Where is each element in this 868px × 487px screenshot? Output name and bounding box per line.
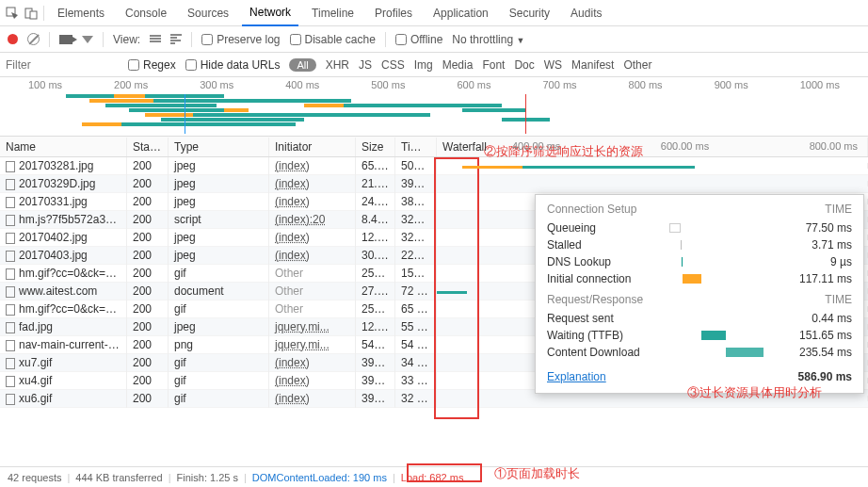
waterfall-axis: 400.00 ms600.00 ms800.00 ms [512, 140, 858, 152]
col-status[interactable]: Status [127, 138, 169, 156]
tooltip-explanation-link[interactable]: Explanation [547, 370, 606, 383]
filter-manifest[interactable]: Manifest [571, 58, 614, 72]
request-initiator[interactable]: (index) [275, 249, 310, 262]
tab-sources[interactable]: Sources [180, 1, 236, 25]
filter-doc[interactable]: Doc [514, 58, 534, 72]
tab-timeline[interactable]: Timeline [304, 1, 362, 25]
filter-css[interactable]: CSS [381, 58, 405, 72]
tooltip-download-value: 235.54 ms [764, 346, 852, 359]
request-size: 12.5 ... [356, 317, 395, 336]
tab-elements[interactable]: Elements [50, 1, 112, 25]
request-size: 12.1 ... [356, 228, 395, 247]
regex-checkbox[interactable]: Regex [128, 58, 176, 72]
col-waterfall[interactable]: Waterfall 400.00 ms600.00 ms800.00 ms [437, 138, 868, 156]
filter-all[interactable]: All [289, 58, 315, 72]
request-initiator[interactable]: (index) [275, 195, 310, 208]
request-type: gif [169, 264, 269, 283]
filter-xhr[interactable]: XHR [326, 58, 349, 72]
request-status: 200 [127, 264, 169, 283]
tooltip-reqsent-label: Request sent [547, 312, 669, 325]
filter-ws[interactable]: WS [544, 58, 562, 72]
clear-button[interactable] [27, 33, 40, 45]
request-initiator[interactable]: jquery.mi... [275, 338, 330, 351]
request-time: 33 ms [395, 371, 437, 390]
view-small-icon[interactable] [170, 34, 182, 44]
request-time: 323 ... [395, 228, 437, 247]
filter-img[interactable]: Img [414, 58, 433, 72]
file-icon [6, 233, 15, 244]
request-initiator[interactable]: (index) [275, 374, 310, 387]
tab-profiles[interactable]: Profiles [367, 1, 420, 25]
file-icon [6, 340, 15, 351]
filter-icon[interactable] [82, 36, 93, 43]
request-initiator[interactable]: (index) [275, 392, 310, 405]
col-type[interactable]: Type [169, 138, 269, 156]
file-icon [6, 161, 15, 172]
separator [385, 32, 386, 47]
request-status: 200 [127, 210, 169, 229]
request-waterfall [437, 181, 868, 187]
request-size: 542 B [356, 335, 395, 354]
filter-font[interactable]: Font [482, 58, 505, 72]
filter-media[interactable]: Media [442, 58, 474, 72]
request-initiator[interactable]: (index):20 [275, 213, 325, 226]
filter-other[interactable]: Other [623, 58, 651, 72]
request-size: 393 B [356, 371, 395, 390]
tooltip-queueing-value: 77.50 ms [764, 221, 852, 235]
request-time: 72 ms [395, 282, 437, 300]
request-time: 384 ... [395, 192, 437, 211]
filter-js[interactable]: JS [359, 58, 372, 72]
overview-timeline[interactable]: 100 ms200 ms300 ms400 ms500 ms600 ms700 … [0, 77, 868, 137]
request-name: hm.js?7f5b572a332... [19, 213, 127, 226]
file-icon [6, 394, 15, 405]
offline-checkbox[interactable]: Offline [395, 33, 442, 46]
inspect-icon[interactable] [6, 7, 19, 20]
disable-cache-checkbox[interactable]: Disable cache [290, 33, 376, 46]
tooltip-dns-value: 9 µs [764, 255, 852, 268]
request-type: document [169, 282, 269, 300]
preserve-log-checkbox[interactable]: Preserve log [201, 33, 280, 46]
request-initiator[interactable]: (index) [275, 177, 310, 190]
request-initiator[interactable]: Other [275, 302, 303, 316]
tab-audits[interactable]: Audits [563, 1, 609, 25]
tab-console[interactable]: Console [118, 1, 174, 25]
tab-security[interactable]: Security [502, 1, 557, 25]
tooltip-reqsent-value: 0.44 ms [764, 312, 852, 325]
request-initiator[interactable]: (index) [275, 159, 310, 172]
request-name: 20170403.jpg [19, 249, 88, 262]
device-icon[interactable] [24, 7, 38, 20]
col-name[interactable]: Name [0, 138, 127, 156]
col-size[interactable]: Size [356, 138, 395, 156]
request-time: 32 ms [395, 389, 437, 408]
request-initiator[interactable]: jquery.mi... [275, 320, 330, 333]
col-initiator[interactable]: Initiator [269, 138, 356, 156]
request-status: 200 [127, 389, 169, 408]
request-time: 65 ms [395, 300, 437, 318]
request-size: 30.0 ... [356, 246, 395, 265]
separator [103, 32, 104, 47]
throttling-select[interactable]: No throttling ▼ [452, 33, 524, 46]
record-button[interactable] [8, 34, 18, 44]
tooltip-stalled-label: Stalled [547, 238, 669, 252]
request-status: 200 [127, 282, 169, 300]
request-initiator[interactable]: (index) [275, 231, 310, 244]
request-time: 509 ... [395, 157, 437, 175]
request-initiator[interactable]: Other [275, 284, 303, 298]
tab-network[interactable]: Network [242, 0, 298, 26]
request-name: xu6.gif [19, 392, 52, 405]
request-name: 20170329D.jpg [19, 177, 95, 190]
request-status: 200 [127, 246, 169, 265]
tooltip-stalled-value: 3.71 ms [764, 238, 852, 252]
view-large-icon[interactable] [150, 35, 161, 44]
request-size: 393 B [356, 389, 395, 408]
status-domcontentloaded: DOMContentLoaded: 190 ms [252, 472, 387, 483]
tab-application[interactable]: Application [426, 1, 496, 25]
screenshot-icon[interactable] [59, 35, 72, 44]
request-initiator[interactable]: Other [275, 267, 303, 280]
filter-input[interactable] [6, 58, 119, 72]
col-time[interactable]: Time▼ [395, 138, 437, 156]
request-status: 200 [127, 192, 169, 211]
file-icon [6, 376, 15, 387]
request-initiator[interactable]: (index) [275, 356, 310, 369]
hide-data-urls-checkbox[interactable]: Hide data URLs [185, 58, 281, 72]
